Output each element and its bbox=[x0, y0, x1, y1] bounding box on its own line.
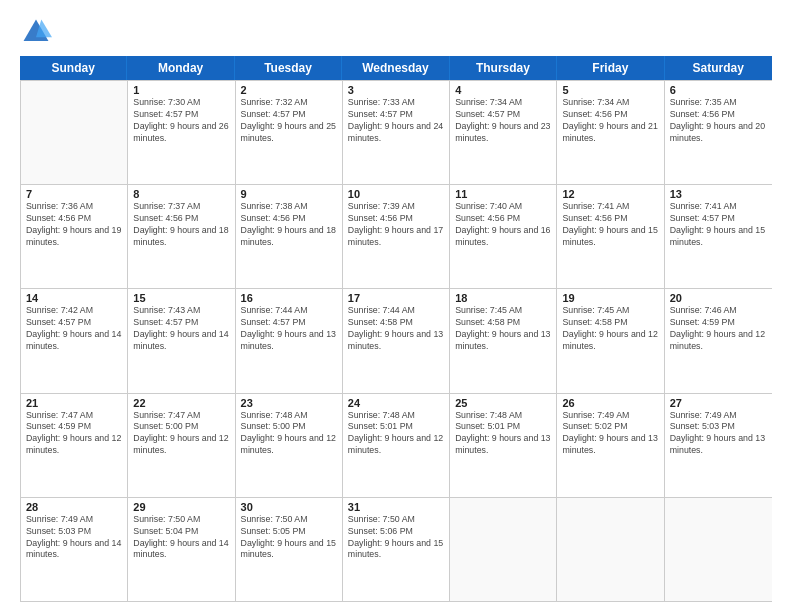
day-info: Sunrise: 7:48 AMSunset: 5:01 PMDaylight:… bbox=[455, 410, 551, 458]
calendar-cell: 24Sunrise: 7:48 AMSunset: 5:01 PMDayligh… bbox=[343, 394, 450, 497]
calendar-cell: 7Sunrise: 7:36 AMSunset: 4:56 PMDaylight… bbox=[21, 185, 128, 288]
calendar-cell: 5Sunrise: 7:34 AMSunset: 4:56 PMDaylight… bbox=[557, 81, 664, 184]
calendar-cell: 8Sunrise: 7:37 AMSunset: 4:56 PMDaylight… bbox=[128, 185, 235, 288]
day-info: Sunrise: 7:41 AMSunset: 4:56 PMDaylight:… bbox=[562, 201, 658, 249]
calendar-cell: 29Sunrise: 7:50 AMSunset: 5:04 PMDayligh… bbox=[128, 498, 235, 601]
calendar-row: 21Sunrise: 7:47 AMSunset: 4:59 PMDayligh… bbox=[21, 394, 772, 498]
day-info: Sunrise: 7:39 AMSunset: 4:56 PMDaylight:… bbox=[348, 201, 444, 249]
day-number: 10 bbox=[348, 188, 444, 200]
weekday-header: Wednesday bbox=[342, 56, 449, 80]
day-number: 4 bbox=[455, 84, 551, 96]
day-number: 20 bbox=[670, 292, 767, 304]
day-number: 11 bbox=[455, 188, 551, 200]
day-info: Sunrise: 7:41 AMSunset: 4:57 PMDaylight:… bbox=[670, 201, 767, 249]
day-number: 25 bbox=[455, 397, 551, 409]
day-number: 7 bbox=[26, 188, 122, 200]
weekday-header: Sunday bbox=[20, 56, 127, 80]
day-info: Sunrise: 7:30 AMSunset: 4:57 PMDaylight:… bbox=[133, 97, 229, 145]
calendar-row: 1Sunrise: 7:30 AMSunset: 4:57 PMDaylight… bbox=[21, 81, 772, 185]
day-info: Sunrise: 7:42 AMSunset: 4:57 PMDaylight:… bbox=[26, 305, 122, 353]
weekday-header: Friday bbox=[557, 56, 664, 80]
calendar-header: SundayMondayTuesdayWednesdayThursdayFrid… bbox=[20, 56, 772, 80]
calendar-cell: 27Sunrise: 7:49 AMSunset: 5:03 PMDayligh… bbox=[665, 394, 772, 497]
calendar-cell: 13Sunrise: 7:41 AMSunset: 4:57 PMDayligh… bbox=[665, 185, 772, 288]
day-number: 8 bbox=[133, 188, 229, 200]
calendar-row: 28Sunrise: 7:49 AMSunset: 5:03 PMDayligh… bbox=[21, 498, 772, 602]
calendar-cell: 17Sunrise: 7:44 AMSunset: 4:58 PMDayligh… bbox=[343, 289, 450, 392]
day-number: 27 bbox=[670, 397, 767, 409]
calendar-cell bbox=[665, 498, 772, 601]
day-number: 26 bbox=[562, 397, 658, 409]
day-number: 23 bbox=[241, 397, 337, 409]
day-info: Sunrise: 7:45 AMSunset: 4:58 PMDaylight:… bbox=[455, 305, 551, 353]
day-number: 13 bbox=[670, 188, 767, 200]
day-info: Sunrise: 7:47 AMSunset: 4:59 PMDaylight:… bbox=[26, 410, 122, 458]
calendar-cell: 2Sunrise: 7:32 AMSunset: 4:57 PMDaylight… bbox=[236, 81, 343, 184]
weekday-header: Thursday bbox=[450, 56, 557, 80]
day-info: Sunrise: 7:35 AMSunset: 4:56 PMDaylight:… bbox=[670, 97, 767, 145]
day-info: Sunrise: 7:48 AMSunset: 5:01 PMDaylight:… bbox=[348, 410, 444, 458]
calendar-cell bbox=[557, 498, 664, 601]
day-info: Sunrise: 7:44 AMSunset: 4:58 PMDaylight:… bbox=[348, 305, 444, 353]
day-info: Sunrise: 7:40 AMSunset: 4:56 PMDaylight:… bbox=[455, 201, 551, 249]
day-info: Sunrise: 7:38 AMSunset: 4:56 PMDaylight:… bbox=[241, 201, 337, 249]
calendar-cell: 23Sunrise: 7:48 AMSunset: 5:00 PMDayligh… bbox=[236, 394, 343, 497]
calendar-body: 1Sunrise: 7:30 AMSunset: 4:57 PMDaylight… bbox=[20, 80, 772, 602]
day-number: 21 bbox=[26, 397, 122, 409]
day-info: Sunrise: 7:45 AMSunset: 4:58 PMDaylight:… bbox=[562, 305, 658, 353]
calendar-cell: 16Sunrise: 7:44 AMSunset: 4:57 PMDayligh… bbox=[236, 289, 343, 392]
weekday-header: Monday bbox=[127, 56, 234, 80]
calendar-cell: 3Sunrise: 7:33 AMSunset: 4:57 PMDaylight… bbox=[343, 81, 450, 184]
calendar-cell: 14Sunrise: 7:42 AMSunset: 4:57 PMDayligh… bbox=[21, 289, 128, 392]
calendar-row: 14Sunrise: 7:42 AMSunset: 4:57 PMDayligh… bbox=[21, 289, 772, 393]
day-number: 29 bbox=[133, 501, 229, 513]
day-info: Sunrise: 7:49 AMSunset: 5:03 PMDaylight:… bbox=[670, 410, 767, 458]
calendar: SundayMondayTuesdayWednesdayThursdayFrid… bbox=[20, 56, 772, 602]
calendar-row: 7Sunrise: 7:36 AMSunset: 4:56 PMDaylight… bbox=[21, 185, 772, 289]
day-info: Sunrise: 7:32 AMSunset: 4:57 PMDaylight:… bbox=[241, 97, 337, 145]
day-info: Sunrise: 7:49 AMSunset: 5:03 PMDaylight:… bbox=[26, 514, 122, 562]
calendar-cell: 25Sunrise: 7:48 AMSunset: 5:01 PMDayligh… bbox=[450, 394, 557, 497]
calendar-cell: 22Sunrise: 7:47 AMSunset: 5:00 PMDayligh… bbox=[128, 394, 235, 497]
day-info: Sunrise: 7:50 AMSunset: 5:06 PMDaylight:… bbox=[348, 514, 444, 562]
header bbox=[20, 16, 772, 48]
calendar-cell: 20Sunrise: 7:46 AMSunset: 4:59 PMDayligh… bbox=[665, 289, 772, 392]
calendar-cell bbox=[21, 81, 128, 184]
day-number: 31 bbox=[348, 501, 444, 513]
day-info: Sunrise: 7:48 AMSunset: 5:00 PMDaylight:… bbox=[241, 410, 337, 458]
day-info: Sunrise: 7:46 AMSunset: 4:59 PMDaylight:… bbox=[670, 305, 767, 353]
logo bbox=[20, 16, 56, 48]
day-number: 15 bbox=[133, 292, 229, 304]
day-number: 28 bbox=[26, 501, 122, 513]
calendar-cell: 21Sunrise: 7:47 AMSunset: 4:59 PMDayligh… bbox=[21, 394, 128, 497]
day-info: Sunrise: 7:34 AMSunset: 4:56 PMDaylight:… bbox=[562, 97, 658, 145]
day-info: Sunrise: 7:37 AMSunset: 4:56 PMDaylight:… bbox=[133, 201, 229, 249]
calendar-cell: 28Sunrise: 7:49 AMSunset: 5:03 PMDayligh… bbox=[21, 498, 128, 601]
calendar-cell: 11Sunrise: 7:40 AMSunset: 4:56 PMDayligh… bbox=[450, 185, 557, 288]
calendar-cell: 30Sunrise: 7:50 AMSunset: 5:05 PMDayligh… bbox=[236, 498, 343, 601]
day-number: 24 bbox=[348, 397, 444, 409]
day-info: Sunrise: 7:50 AMSunset: 5:04 PMDaylight:… bbox=[133, 514, 229, 562]
calendar-cell: 31Sunrise: 7:50 AMSunset: 5:06 PMDayligh… bbox=[343, 498, 450, 601]
calendar-cell: 1Sunrise: 7:30 AMSunset: 4:57 PMDaylight… bbox=[128, 81, 235, 184]
calendar-cell: 6Sunrise: 7:35 AMSunset: 4:56 PMDaylight… bbox=[665, 81, 772, 184]
day-info: Sunrise: 7:50 AMSunset: 5:05 PMDaylight:… bbox=[241, 514, 337, 562]
day-number: 16 bbox=[241, 292, 337, 304]
calendar-cell: 4Sunrise: 7:34 AMSunset: 4:57 PMDaylight… bbox=[450, 81, 557, 184]
day-number: 2 bbox=[241, 84, 337, 96]
day-number: 18 bbox=[455, 292, 551, 304]
day-number: 14 bbox=[26, 292, 122, 304]
calendar-cell bbox=[450, 498, 557, 601]
calendar-cell: 15Sunrise: 7:43 AMSunset: 4:57 PMDayligh… bbox=[128, 289, 235, 392]
calendar-cell: 9Sunrise: 7:38 AMSunset: 4:56 PMDaylight… bbox=[236, 185, 343, 288]
day-info: Sunrise: 7:49 AMSunset: 5:02 PMDaylight:… bbox=[562, 410, 658, 458]
day-info: Sunrise: 7:34 AMSunset: 4:57 PMDaylight:… bbox=[455, 97, 551, 145]
calendar-cell: 12Sunrise: 7:41 AMSunset: 4:56 PMDayligh… bbox=[557, 185, 664, 288]
day-info: Sunrise: 7:33 AMSunset: 4:57 PMDaylight:… bbox=[348, 97, 444, 145]
day-number: 17 bbox=[348, 292, 444, 304]
day-info: Sunrise: 7:44 AMSunset: 4:57 PMDaylight:… bbox=[241, 305, 337, 353]
day-info: Sunrise: 7:36 AMSunset: 4:56 PMDaylight:… bbox=[26, 201, 122, 249]
weekday-header: Tuesday bbox=[235, 56, 342, 80]
calendar-cell: 26Sunrise: 7:49 AMSunset: 5:02 PMDayligh… bbox=[557, 394, 664, 497]
day-number: 12 bbox=[562, 188, 658, 200]
